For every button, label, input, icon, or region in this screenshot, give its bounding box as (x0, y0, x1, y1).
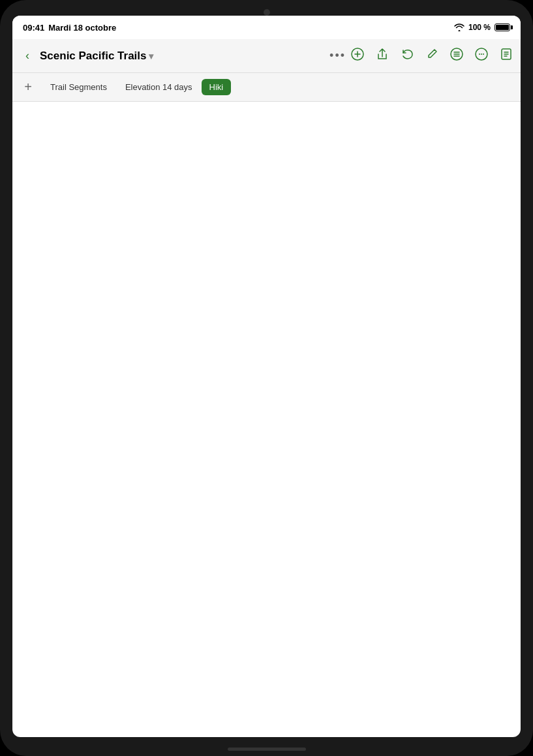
toolbar: ‹ Scenic Pacific Trails ▾ ••• (12, 39, 521, 73)
ipad-frame: 09:41 Mardi 18 octobre 100 % ‹ Scenic (0, 0, 533, 756)
title-chevron: ▾ (149, 51, 153, 61)
undo-button[interactable] (401, 48, 414, 64)
status-right: 100 % (454, 23, 510, 32)
battery-fill (496, 25, 509, 30)
tab-elevation[interactable]: Elevation 14 days (116, 78, 202, 96)
svg-point-4 (481, 53, 482, 55)
notes-button[interactable] (500, 48, 513, 64)
document-title[interactable]: Scenic Pacific Trails ▾ (40, 50, 153, 63)
battery-icon (495, 23, 510, 31)
wifi-icon (454, 23, 464, 31)
tab-hike[interactable]: Hiki (202, 79, 232, 95)
more-button[interactable] (475, 48, 488, 64)
home-indicator[interactable] (228, 748, 306, 751)
back-button[interactable]: ‹ (20, 46, 35, 65)
share-button[interactable] (376, 48, 389, 64)
format-button[interactable] (450, 48, 463, 64)
top-sensor (264, 9, 270, 16)
toolbar-dots: ••• (329, 49, 346, 63)
markup-button[interactable] (425, 48, 438, 64)
svg-point-5 (483, 53, 484, 55)
status-bar: 09:41 Mardi 18 octobre 100 % (12, 16, 521, 39)
status-left: 09:41 Mardi 18 octobre (23, 23, 116, 33)
tabs-bar: + Trail Segments Elevation 14 days Hiki (12, 73, 521, 102)
battery-percent: 100 % (468, 23, 491, 32)
tab-trail-segments[interactable]: Trail Segments (41, 78, 116, 96)
time: 09:41 (23, 23, 44, 33)
date: Mardi 18 octobre (48, 23, 116, 33)
add-tab-button[interactable]: + (18, 77, 38, 98)
svg-point-3 (479, 53, 480, 55)
screen: 09:41 Mardi 18 octobre 100 % ‹ Scenic (12, 16, 521, 737)
toolbar-icons (351, 48, 513, 64)
add-button[interactable] (351, 48, 364, 64)
